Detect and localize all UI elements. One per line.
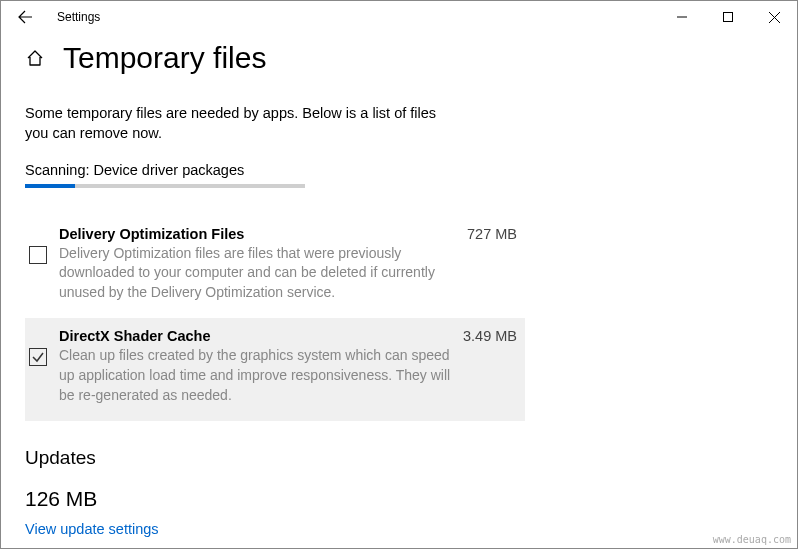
watermark: www.deuaq.com (713, 534, 791, 545)
item-head: DirectX Shader Cache 3.49 MB (59, 328, 517, 344)
item-desc: Delivery Optimization files are files th… (59, 244, 459, 303)
checkbox-directx-shader[interactable] (29, 348, 47, 366)
scanning-status: Scanning: Device driver packages (25, 162, 773, 178)
item-title: Delivery Optimization Files (59, 226, 244, 242)
item-size: 3.49 MB (463, 328, 517, 344)
progress-bar (25, 184, 305, 188)
arrow-left-icon (17, 9, 33, 25)
item-title: DirectX Shader Cache (59, 328, 211, 344)
checkmark-icon (31, 350, 45, 364)
updates-size: 126 MB (25, 487, 773, 511)
item-body: Delivery Optimization Files 727 MB Deliv… (59, 226, 517, 303)
titlebar: Settings (1, 1, 797, 33)
maximize-button[interactable] (705, 1, 751, 33)
file-item[interactable]: Delivery Optimization Files 727 MB Deliv… (25, 216, 525, 319)
maximize-icon (723, 12, 733, 22)
minimize-icon (677, 12, 687, 22)
home-icon (26, 49, 44, 67)
minimize-button[interactable] (659, 1, 705, 33)
progress-fill (25, 184, 75, 188)
item-body: DirectX Shader Cache 3.49 MB Clean up fi… (59, 328, 517, 405)
file-item[interactable]: DirectX Shader Cache 3.49 MB Clean up fi… (25, 318, 525, 421)
window-controls (659, 1, 797, 33)
close-button[interactable] (751, 1, 797, 33)
svg-rect-1 (724, 13, 733, 22)
checkbox-delivery-optimization[interactable] (29, 246, 47, 264)
close-icon (769, 12, 780, 23)
back-button[interactable] (13, 5, 37, 29)
window-title: Settings (57, 10, 100, 24)
page-title: Temporary files (63, 41, 266, 75)
intro-text: Some temporary files are needed by apps.… (25, 103, 445, 144)
item-head: Delivery Optimization Files 727 MB (59, 226, 517, 242)
view-update-settings-link[interactable]: View update settings (25, 521, 773, 537)
page-header: Temporary files (25, 41, 773, 75)
updates-heading: Updates (25, 447, 773, 469)
home-button[interactable] (25, 48, 45, 68)
item-desc: Clean up files created by the graphics s… (59, 346, 459, 405)
item-size: 727 MB (467, 226, 517, 242)
content: Temporary files Some temporary files are… (1, 33, 797, 537)
